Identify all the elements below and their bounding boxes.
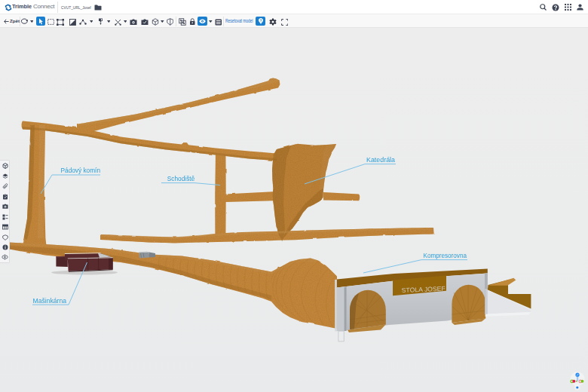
svg-text:Mašinkárna: Mašinkárna: [33, 297, 67, 305]
svg-text:Kompresorovna: Kompresorovna: [424, 252, 467, 259]
svg-text:Katedrála: Katedrála: [366, 156, 395, 164]
svg-text:Pádový komín: Pádový komín: [61, 167, 101, 174]
svg-text:Schodiště: Schodiště: [167, 175, 195, 182]
